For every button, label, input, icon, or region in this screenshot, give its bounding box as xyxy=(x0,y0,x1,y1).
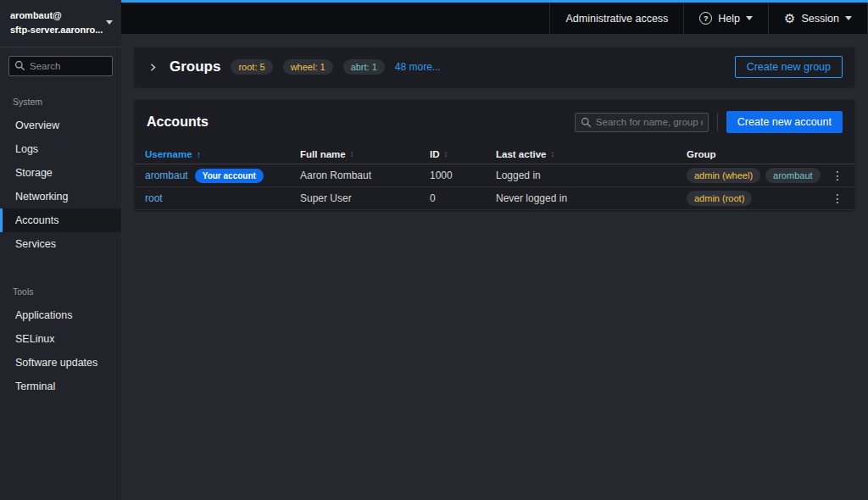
row-actions-kebab-icon[interactable]: ⋮ xyxy=(828,191,847,206)
column-header-id[interactable]: ID ↕ xyxy=(430,149,496,159)
accounts-page: Groups root: 5 wheel: 1 abrt: 1 48 more.… xyxy=(121,34,868,500)
id-cell: 0 xyxy=(430,192,496,204)
accounts-header: Accounts Create new account xyxy=(135,111,854,144)
toolbar-divider xyxy=(717,113,718,131)
sidebar-item-overview[interactable]: Overview xyxy=(0,114,121,137)
sidebar-item-label: Networking xyxy=(15,191,69,203)
column-label: Username xyxy=(145,149,192,159)
sort-icon: ↕ xyxy=(350,149,354,158)
column-label: Full name xyxy=(300,149,346,159)
search-icon xyxy=(581,117,592,128)
username-link-arombaut[interactable]: arombaut xyxy=(145,169,188,181)
last-active-cell: Never logged in xyxy=(496,192,687,204)
session-menu[interactable]: ⚙ Session xyxy=(768,3,868,34)
administrative-access-button[interactable]: Administrative access xyxy=(549,3,683,34)
sidebar-item-label: Services xyxy=(15,238,56,250)
sidebar: arombaut@ sftp-server.aaronro... System … xyxy=(0,0,121,500)
group-pill: admin (wheel) xyxy=(687,168,760,183)
accounts-title: Accounts xyxy=(147,114,209,130)
your-account-badge: Your account xyxy=(195,169,264,183)
column-label: ID xyxy=(430,149,440,159)
group-badge-abrt: abrt: 1 xyxy=(343,59,385,75)
create-new-account-button[interactable]: Create new account xyxy=(726,111,843,133)
sidebar-item-services[interactable]: Services xyxy=(0,232,121,256)
sort-icon: ↕ xyxy=(444,149,448,158)
sidebar-item-selinux[interactable]: SELinux xyxy=(0,327,121,351)
table-row: root Super User 0 Never logged in admin … xyxy=(135,187,854,210)
accounts-search xyxy=(575,113,709,132)
sidebar-search xyxy=(8,56,113,76)
table-header-row: Username ↑ Full name ↕ ID ↕ Last active … xyxy=(135,144,854,164)
chevron-down-icon xyxy=(845,16,852,20)
sidebar-item-terminal[interactable]: Terminal xyxy=(0,375,121,398)
administrative-access-label: Administrative access xyxy=(565,13,668,25)
group-badge-root: root: 5 xyxy=(231,59,272,75)
column-header-last-active[interactable]: Last active ↕ xyxy=(496,149,687,159)
row-actions-kebab-icon[interactable]: ⋮ xyxy=(828,168,847,183)
column-label: Last active xyxy=(496,149,546,159)
help-icon: ? xyxy=(699,12,712,25)
table-body: arombaut Your account Aaron Rombaut 1000… xyxy=(135,164,854,210)
sidebar-item-software-updates[interactable]: Software updates xyxy=(0,351,121,375)
column-header-username[interactable]: Username ↑ xyxy=(145,149,300,159)
nav-section-system: System xyxy=(0,88,121,114)
table-row: arombaut Your account Aaron Rombaut 1000… xyxy=(135,164,854,187)
sidebar-item-label: Storage xyxy=(15,167,53,179)
last-active-cell: Logged in xyxy=(496,169,687,181)
groups-card: Groups root: 5 wheel: 1 abrt: 1 48 more.… xyxy=(135,47,854,86)
full-name-cell: Aaron Rombaut xyxy=(300,169,430,181)
create-new-group-button[interactable]: Create new group xyxy=(735,56,843,78)
chevron-down-icon xyxy=(106,20,113,25)
accounts-card: Accounts Create new account Use xyxy=(135,100,854,210)
accounts-table: Username ↑ Full name ↕ ID ↕ Last active … xyxy=(135,144,854,210)
column-label: Group xyxy=(687,149,716,159)
groups-more-link[interactable]: 48 more... xyxy=(395,61,441,73)
help-label: Help xyxy=(718,13,740,25)
sidebar-item-label: Terminal xyxy=(15,381,55,392)
groups-title: Groups xyxy=(170,58,220,75)
sort-ascending-icon: ↑ xyxy=(197,149,202,159)
masthead: Administrative access ? Help ⚙ Session xyxy=(121,0,868,34)
accounts-search-input[interactable] xyxy=(575,113,709,132)
chevron-right-icon xyxy=(148,63,158,72)
sidebar-item-label: Overview xyxy=(15,119,59,131)
username-at-host: arombaut@ xyxy=(10,8,106,23)
help-menu[interactable]: ? Help xyxy=(683,3,768,34)
group-pill: admin (root) xyxy=(687,191,752,206)
groups-expand-button[interactable] xyxy=(147,61,159,74)
sidebar-item-label: Applications xyxy=(15,309,72,321)
group-pill: arombaut xyxy=(765,168,820,183)
chevron-down-icon xyxy=(746,16,753,20)
host-switcher[interactable]: arombaut@ sftp-server.aaronro... xyxy=(0,0,121,47)
gear-icon: ⚙ xyxy=(784,12,795,25)
sidebar-item-accounts[interactable]: Accounts xyxy=(0,208,121,232)
sidebar-item-applications[interactable]: Applications xyxy=(0,303,121,327)
nav-section-tools: Tools xyxy=(0,278,121,303)
sort-icon: ↕ xyxy=(550,149,554,158)
session-label: Session xyxy=(802,13,839,25)
sidebar-item-label: SELinux xyxy=(15,333,55,345)
column-header-group: Group xyxy=(687,149,828,159)
id-cell: 1000 xyxy=(430,169,496,181)
hostname: sftp-server.aaronro... xyxy=(10,23,106,37)
sidebar-item-label: Logs xyxy=(15,143,38,155)
search-icon xyxy=(14,60,25,71)
sidebar-item-storage[interactable]: Storage xyxy=(0,161,121,185)
column-header-full-name[interactable]: Full name ↕ xyxy=(300,149,430,159)
sidebar-item-label: Accounts xyxy=(15,214,58,226)
sidebar-nav: System Overview Logs Storage Networking … xyxy=(0,81,121,500)
group-badge-wheel: wheel: 1 xyxy=(283,59,333,75)
sidebar-item-logs[interactable]: Logs xyxy=(0,137,121,161)
cockpit-app: arombaut@ sftp-server.aaronro... System … xyxy=(0,0,868,500)
full-name-cell: Super User xyxy=(300,192,430,204)
username-link-root[interactable]: root xyxy=(145,192,163,204)
sidebar-item-label: Software updates xyxy=(15,357,97,369)
sidebar-item-networking[interactable]: Networking xyxy=(0,185,121,208)
